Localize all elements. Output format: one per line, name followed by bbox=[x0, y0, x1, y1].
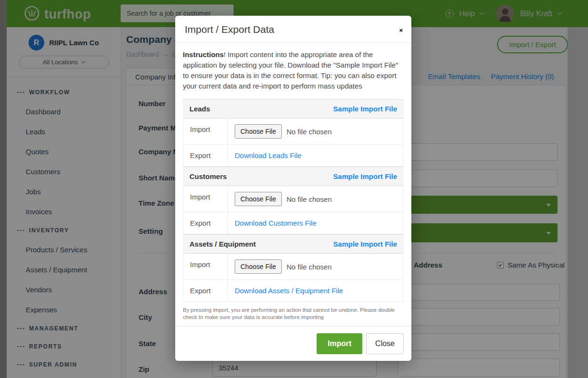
modal-footer: Import Close bbox=[175, 326, 411, 361]
import-export-section-leads: Leads Sample Import File Import Choose F… bbox=[183, 99, 404, 167]
import-export-modal: Import / Export Data × Instructions! Imp… bbox=[175, 16, 411, 361]
export-row-label: Export bbox=[183, 280, 228, 301]
instructions-bold: Instructions bbox=[183, 50, 224, 59]
app-window: turfhop ? Help Billy Kraft R RIIPL Lawn … bbox=[0, 0, 588, 378]
section-title-leads: Leads bbox=[189, 105, 210, 113]
import-export-sections: Leads Sample Import File Import Choose F… bbox=[183, 99, 404, 302]
choose-file-button[interactable]: Choose File bbox=[235, 259, 282, 274]
choose-file-button[interactable]: Choose File bbox=[235, 192, 282, 206]
modal-body: Instructions! Import content into the ap… bbox=[175, 43, 411, 326]
no-file-chosen-text: No file chosen bbox=[287, 195, 332, 203]
no-file-chosen-text: No file chosen bbox=[287, 128, 332, 136]
close-button[interactable]: Close bbox=[366, 333, 404, 354]
import-button[interactable]: Import bbox=[317, 333, 362, 354]
close-icon[interactable]: × bbox=[399, 27, 403, 33]
section-title-assets-equipment: Assets / Equipment bbox=[189, 240, 256, 248]
import-row-label: Import bbox=[183, 186, 228, 212]
export-row-label: Export bbox=[183, 145, 228, 166]
sample-import-file-link[interactable]: Sample Import File bbox=[333, 240, 397, 248]
import-export-section-assets-equipment: Assets / Equipment Sample Import File Im… bbox=[183, 234, 404, 302]
export-row-label: Export bbox=[183, 212, 228, 234]
choose-file-button[interactable]: Choose File bbox=[235, 124, 282, 139]
modal-instructions: Instructions! Import content into the ap… bbox=[183, 50, 404, 91]
sample-import-file-link[interactable]: Sample Import File bbox=[333, 172, 397, 180]
import-row-label: Import bbox=[183, 119, 228, 144]
section-title-customers: Customers bbox=[189, 172, 227, 180]
download-file-link[interactable]: Download Assets / Equipment File bbox=[235, 287, 343, 295]
import-export-section-customers: Customers Sample Import File Import Choo… bbox=[183, 167, 404, 234]
download-file-link[interactable]: Download Leads File bbox=[235, 151, 301, 159]
download-file-link[interactable]: Download Customers File bbox=[235, 219, 317, 227]
import-warning-text: By pressing import, you are performing a… bbox=[183, 302, 404, 326]
sample-import-file-link[interactable]: Sample Import File bbox=[333, 105, 397, 113]
modal-title: Import / Export Data bbox=[185, 24, 402, 35]
no-file-chosen-text: No file chosen bbox=[287, 263, 332, 271]
modal-header: Import / Export Data × bbox=[175, 16, 411, 43]
import-row-label: Import bbox=[183, 254, 228, 279]
